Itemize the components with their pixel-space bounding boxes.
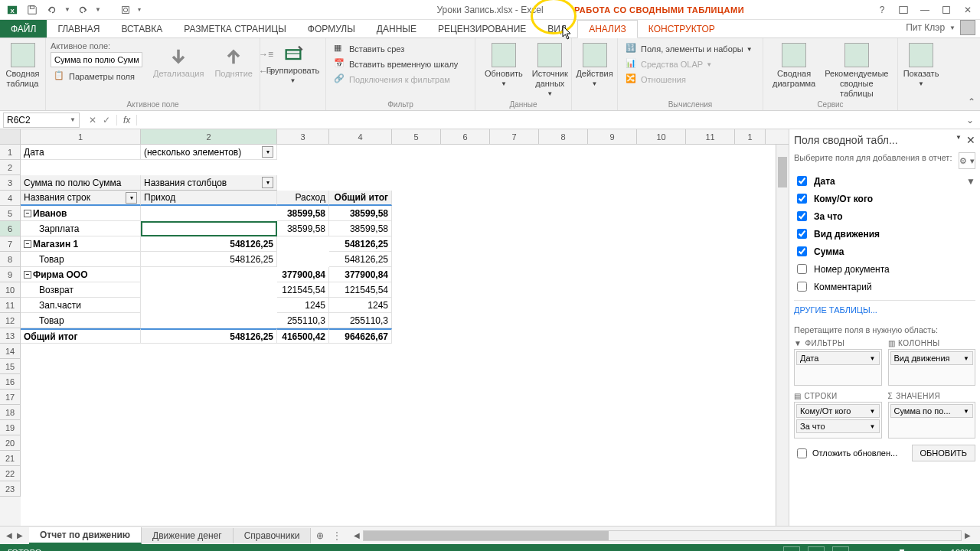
- fx-icon[interactable]: fx: [117, 115, 137, 126]
- help-icon[interactable]: ?: [874, 2, 890, 18]
- cell[interactable]: Названия строк▾: [21, 191, 141, 206]
- cell[interactable]: 38599,58: [277, 206, 329, 221]
- horizontal-scrollbar[interactable]: ◀ ▶: [345, 530, 980, 541]
- tab-home[interactable]: ГЛАВНАЯ: [47, 20, 110, 37]
- view-page-break-icon[interactable]: [832, 546, 849, 551]
- view-page-layout-icon[interactable]: [808, 546, 825, 551]
- cell[interactable]: Общий итог: [329, 191, 392, 206]
- tab-insert[interactable]: ВСТАВКА: [110, 20, 173, 37]
- cell[interactable]: 548126,25: [141, 328, 277, 344]
- user-area[interactable]: Пит Клэр ▼: [906, 20, 975, 35]
- insert-slicer-button[interactable]: ▦Вставить срез: [331, 41, 470, 57]
- cell[interactable]: 1245: [277, 298, 329, 313]
- cell[interactable]: −Магазин 1: [21, 236, 141, 252]
- col-header[interactable]: 3: [277, 129, 329, 144]
- active-cell[interactable]: [141, 221, 277, 236]
- tab-formulas[interactable]: ФОРМУЛЫ: [297, 20, 366, 37]
- insert-timeline-button[interactable]: 📅Вставить временную шкалу: [331, 57, 470, 72]
- drop-pill[interactable]: За что▼: [796, 419, 880, 433]
- col-header[interactable]: 1: [735, 129, 766, 144]
- cell[interactable]: Товар: [21, 313, 141, 328]
- undo-icon[interactable]: [44, 2, 60, 18]
- cell[interactable]: Возврат: [21, 282, 141, 298]
- cell[interactable]: 121545,54: [277, 282, 329, 298]
- filters-drop-box[interactable]: Дата▼: [794, 349, 882, 386]
- scrollbar-thumb[interactable]: [778, 157, 787, 187]
- recommended-button[interactable]: Рекомендуемые сводные таблицы: [820, 41, 893, 101]
- cell[interactable]: 548126,25: [329, 236, 392, 252]
- vertical-scrollbar[interactable]: [776, 145, 789, 526]
- row-dropdown-icon[interactable]: ▾: [126, 192, 137, 204]
- pivot-chart-button[interactable]: Сводная диаграмма: [768, 41, 820, 101]
- zoom-in-icon[interactable]: +: [938, 548, 942, 551]
- show-button[interactable]: Показать▼: [903, 41, 939, 90]
- cell[interactable]: 548126,25: [141, 252, 277, 267]
- field-pane-gear-icon[interactable]: ⚙ ▾: [959, 152, 975, 169]
- sheet-tab[interactable]: Отчет по движению: [29, 527, 142, 544]
- drillup-button[interactable]: Поднятие: [210, 44, 257, 80]
- col-header[interactable]: 6: [441, 129, 490, 144]
- cell[interactable]: Общий итог: [21, 328, 141, 344]
- add-sheet-button[interactable]: ⊕: [311, 527, 329, 545]
- sheet-nav-next-icon[interactable]: ▶: [17, 531, 23, 540]
- cell[interactable]: Приход: [141, 191, 277, 206]
- update-button[interactable]: ОБНОВИТЬ: [912, 445, 975, 461]
- cell[interactable]: Названия столбцов▾: [141, 175, 277, 191]
- active-field-input[interactable]: [51, 52, 142, 67]
- cell[interactable]: Сумма по полю Сумма: [21, 175, 141, 191]
- collapse-ribbon-icon[interactable]: ⌃: [968, 96, 975, 107]
- col-header[interactable]: 4: [329, 129, 392, 144]
- pivot-table-button[interactable]: Сводная таблица: [5, 41, 41, 90]
- data-source-button[interactable]: Источник данных▼: [528, 41, 573, 99]
- avatar[interactable]: [960, 20, 975, 35]
- sheet-nav-prev-icon[interactable]: ◀: [6, 531, 12, 540]
- cell[interactable]: 548126,25: [141, 236, 277, 252]
- expand-icon[interactable]: −: [24, 240, 31, 248]
- formula-input[interactable]: [137, 119, 960, 122]
- columns-drop-box[interactable]: Вид движения▼: [888, 349, 976, 386]
- name-box[interactable]: R6C2▼: [3, 112, 80, 128]
- cell[interactable]: Зап.части: [21, 298, 141, 313]
- field-pane-close-icon[interactable]: ✕: [966, 134, 975, 146]
- zoom-level[interactable]: 100%: [951, 548, 972, 551]
- drop-pill[interactable]: Кому/От кого▼: [796, 404, 880, 418]
- tab-view[interactable]: ВИД: [537, 20, 577, 37]
- col-header[interactable]: 5: [392, 129, 441, 144]
- cells-grid[interactable]: Дата (несколько элементов)▾ Сумма по пол…: [21, 145, 776, 526]
- expand-icon[interactable]: −: [24, 271, 31, 279]
- minimize-icon[interactable]: —: [917, 2, 933, 18]
- cell[interactable]: Товар: [21, 252, 141, 267]
- filter-dropdown-icon[interactable]: ▾: [262, 146, 273, 158]
- col-header[interactable]: 2: [141, 129, 277, 144]
- cell[interactable]: 38599,58: [277, 221, 329, 236]
- scrollbar-thumb[interactable]: [364, 531, 609, 540]
- expand-formula-icon[interactable]: ⌄: [960, 115, 980, 126]
- view-normal-icon[interactable]: [783, 546, 800, 551]
- confirm-formula-icon[interactable]: ✓: [103, 115, 110, 126]
- field-item[interactable]: Номер документа: [794, 260, 975, 278]
- cell[interactable]: 377900,84: [277, 267, 329, 282]
- drilldown-button[interactable]: Детализация: [149, 44, 208, 80]
- tab-review[interactable]: РЕЦЕНЗИРОВАНИЕ: [427, 20, 537, 37]
- field-pane-dropdown-icon[interactable]: ▼: [956, 134, 962, 146]
- cell[interactable]: 548126,25: [329, 252, 392, 267]
- cell[interactable]: (несколько элементов)▾: [141, 145, 277, 160]
- redo-icon[interactable]: [75, 2, 90, 18]
- tab-page-layout[interactable]: РАЗМЕТКА СТРАНИЦЫ: [173, 20, 297, 37]
- olap-button[interactable]: 📊Средства OLAP ▼: [622, 57, 758, 72]
- rows-drop-box[interactable]: Кому/От кого▼ За что▼: [794, 402, 882, 439]
- cell[interactable]: 377900,84: [329, 267, 392, 282]
- group-button[interactable]: Группировать ▼: [265, 41, 321, 86]
- col-header[interactable]: 9: [588, 129, 637, 144]
- tab-analyze[interactable]: АНАЛИЗ: [577, 20, 638, 38]
- drop-pill[interactable]: Вид движения▼: [890, 351, 974, 365]
- col-header[interactable]: 10: [637, 129, 686, 144]
- save-icon[interactable]: [24, 2, 40, 18]
- field-item[interactable]: Сумма: [794, 243, 975, 260]
- relationships-button[interactable]: 🔀Отношения: [622, 72, 758, 87]
- tab-design[interactable]: КОНСТРУКТОР: [638, 20, 726, 37]
- cell[interactable]: −Иванов: [21, 206, 141, 221]
- col-header[interactable]: 1: [21, 129, 141, 144]
- sheet-tab[interactable]: Справочники: [234, 528, 312, 543]
- actions-button[interactable]: Действия▼: [577, 41, 612, 90]
